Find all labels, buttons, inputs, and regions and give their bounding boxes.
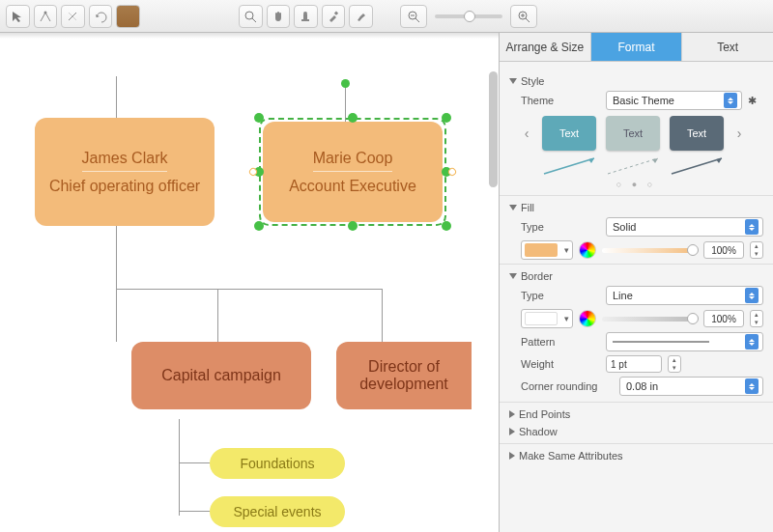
color-wheel-icon[interactable] [579,241,596,259]
zoom-controls [400,5,537,28]
org-label: Foundations [240,456,314,471]
resize-handle[interactable] [348,113,358,123]
pointer-tool-button[interactable] [6,5,30,28]
fill-type-select[interactable]: Solid [606,217,763,237]
section-shadow[interactable]: Shadow [509,426,763,437]
theme-select[interactable]: Basic Theme [606,91,742,110]
resize-handle[interactable] [254,113,264,123]
org-box-james[interactable]: James Clark Chief operating officer [35,118,215,226]
svg-line-9 [415,18,419,22]
org-box-director[interactable]: Director of development [336,342,472,409]
inspector-tabs: Arrange & Size Format Text [500,33,773,62]
border-opacity-stepper[interactable]: ▴▾ [750,310,763,327]
zoom-slider[interactable] [435,14,502,18]
resize-handle[interactable] [442,113,451,123]
weight-stepper[interactable]: ▴▾ [668,355,681,373]
border-type-label: Type [521,290,600,301]
hand-tool-button[interactable] [267,5,291,28]
tab-arrange[interactable]: Arrange & Size [500,33,591,61]
svg-rect-6 [334,11,338,14]
svg-rect-3 [301,19,309,21]
resize-handle[interactable] [254,221,264,231]
tab-text[interactable]: Text [682,33,773,61]
connector-line [179,419,180,516]
weight-input[interactable]: 1 pt [606,355,662,373]
fill-opacity-slider[interactable] [602,248,698,253]
theme-line-2[interactable] [606,156,660,176]
theme-prev-button[interactable]: ‹ [521,126,532,141]
rotate-tool-button[interactable] [89,5,113,28]
tab-format[interactable]: Format [591,33,683,61]
anchor-edit-tool-button[interactable] [34,5,58,28]
pattern-label: Pattern [521,336,600,348]
org-role: Chief operating officer [49,178,200,195]
resize-handle[interactable] [348,221,358,231]
theme-line-3[interactable] [670,156,724,176]
theme-swatch-2[interactable]: Text [606,116,660,151]
connector-line [217,289,218,342]
fill-opacity-value[interactable]: 100% [703,241,744,259]
svg-point-1 [245,12,253,19]
selection-outline [259,118,446,226]
theme-swatch-3[interactable]: Text [670,116,724,151]
eyedropper-tool-button[interactable] [322,5,346,28]
color-wheel-icon[interactable] [579,310,596,327]
swatches-button[interactable] [116,5,140,28]
top-toolbar [0,0,773,33]
fill-opacity-stepper[interactable]: ▴▾ [750,241,763,259]
svg-line-18 [672,158,722,174]
org-label: Special events [233,504,321,519]
resize-handle[interactable] [442,221,451,231]
section-fill[interactable]: Fill [509,202,763,213]
connector-endpoint[interactable] [341,79,350,88]
rounding-label: Corner rounding [521,380,614,392]
border-opacity-slider[interactable] [602,317,698,322]
theme-next-button[interactable]: › [733,126,745,141]
section-style[interactable]: Style [509,75,763,87]
svg-line-14 [544,158,594,174]
org-name: James Clark [82,150,168,172]
border-opacity-value[interactable]: 100% [703,310,744,327]
border-color-swatch[interactable]: ▾ [521,309,573,328]
svg-marker-17 [652,158,658,163]
connector-line [179,511,210,512]
canvas-scrollbar[interactable] [489,71,498,187]
border-type-select[interactable]: Line [606,286,763,305]
org-label: Director of development [350,358,458,393]
rounding-select[interactable]: 0.08 in [619,377,763,396]
zoom-in-button[interactable] [510,5,537,28]
section-border[interactable]: Border [509,270,763,282]
org-box-capital[interactable]: Capital campaign [131,342,311,409]
svg-line-13 [526,18,530,22]
svg-point-5 [303,12,307,15]
org-pill-special[interactable]: Special events [210,496,345,527]
brush-tool-button[interactable] [349,5,373,28]
connector-line [345,83,346,122]
connector-line [179,462,210,463]
weight-label: Weight [521,358,600,370]
theme-swatch-1[interactable]: Text [542,116,596,151]
fill-color-swatch[interactable]: ▾ [521,240,573,260]
theme-line-1[interactable] [542,156,596,176]
pattern-select[interactable] [606,332,763,351]
org-label: Capital campaign [161,367,281,384]
theme-page-dots[interactable]: ○ ● ○ [509,180,763,189]
svg-line-16 [608,158,658,174]
section-same-attrs[interactable]: Make Same Attributes [509,450,763,462]
gear-icon[interactable]: ✱ [748,95,763,107]
svg-point-0 [43,11,46,14]
section-endpoints[interactable]: End Points [509,408,763,420]
theme-label: Theme [521,95,600,106]
connector-line [382,289,383,342]
stamp-tool-button[interactable] [294,5,318,28]
svg-line-2 [252,18,256,22]
zoom-tool-button[interactable] [239,5,263,28]
org-pill-foundations[interactable]: Foundations [210,448,345,479]
shear-tool-button[interactable] [61,5,85,28]
connector-line [116,289,382,290]
inspector-panel: Arrange & Size Format Text Style Theme B… [499,33,773,532]
svg-marker-19 [716,158,722,163]
diagram-canvas[interactable]: James Clark Chief operating officer Mari… [0,33,499,532]
zoom-out-button[interactable] [400,5,427,28]
svg-marker-15 [588,158,594,163]
